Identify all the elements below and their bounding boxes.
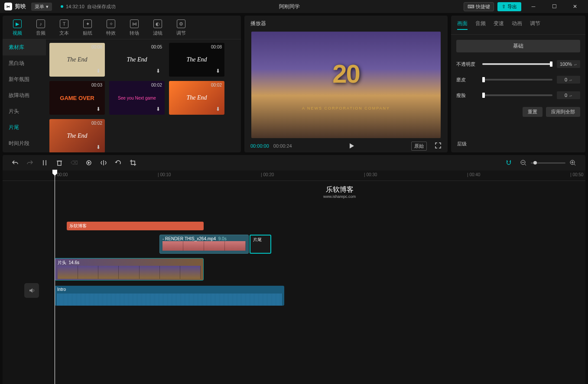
audio-track[interactable]: Intro: [3, 284, 585, 307]
category-item[interactable]: 片头: [3, 103, 46, 119]
save-time: 14:32:10: [66, 4, 84, 9]
thumb-duration: 00:02: [211, 83, 222, 87]
record-button[interactable]: [85, 159, 93, 166]
media-tab-7[interactable]: ⚙调节: [170, 17, 192, 39]
zoom-out-button[interactable]: [520, 159, 527, 166]
media-thumbnail[interactable]: 00:08 The End ⬇: [169, 43, 224, 77]
magnet-button[interactable]: [505, 159, 513, 166]
delete-button[interactable]: [55, 159, 63, 166]
media-tab-0[interactable]: ▶视频: [6, 17, 29, 39]
app-logo: ✂ 剪映: [4, 3, 26, 10]
tab-label: 转场: [130, 30, 139, 36]
mirror-button[interactable]: [100, 159, 107, 166]
media-thumbnail[interactable]: 00:02 See you Next game ⬇: [109, 81, 165, 115]
duration-time: 00:00:24: [273, 143, 292, 148]
smooth-slider[interactable]: [482, 79, 552, 81]
zoom-controls: [520, 159, 577, 166]
inspector-tab[interactable]: 动画: [512, 20, 522, 30]
tail-clip[interactable]: 片尾: [250, 235, 271, 254]
media-tab-2[interactable]: T文本: [53, 17, 75, 39]
download-icon[interactable]: ⬇: [156, 68, 163, 75]
media-tab-6[interactable]: ◐滤镜: [146, 17, 169, 39]
menu-button[interactable]: 菜单 ▾: [31, 3, 52, 11]
opacity-value[interactable]: 100%▴▾: [557, 60, 580, 68]
inspector-tab[interactable]: 音频: [475, 20, 486, 30]
media-tab-1[interactable]: ♪音频: [29, 17, 52, 39]
thin-value[interactable]: 0▴▾: [557, 91, 580, 99]
timeline-ruler[interactable]: | 00:00| 00:10| 00:20| 00:30| 00:40| 00:…: [3, 171, 585, 181]
main-clip[interactable]: 片头 14.6s: [55, 258, 204, 281]
titlebar-right: ⌨ 快捷键 ⇧ 导出 ─ ☐ ✕: [464, 0, 584, 13]
crop-button[interactable]: [129, 159, 137, 166]
tab-label: 文本: [59, 30, 69, 36]
thumb-duration: 00:05: [151, 45, 162, 49]
apply-all-button[interactable]: 应用到全部: [546, 107, 580, 117]
smooth-value[interactable]: 0▴▾: [557, 76, 580, 84]
thumb-duration: 00:02: [151, 83, 162, 87]
shortcut-button[interactable]: ⌨ 快捷键: [464, 2, 494, 11]
download-icon[interactable]: ⬇: [96, 144, 103, 151]
smooth-label: 磨皮: [456, 77, 478, 83]
inspector-tab[interactable]: 变速: [494, 20, 504, 30]
audio-clip[interactable]: Intro: [55, 286, 284, 306]
tab-icon: ⚙: [177, 19, 185, 28]
basic-section-button[interactable]: 基础: [456, 40, 580, 52]
minimize-button[interactable]: ─: [525, 0, 542, 13]
maximize-button[interactable]: ☐: [546, 0, 563, 13]
fullscreen-button[interactable]: [435, 142, 442, 150]
overlay-track[interactable]: - RENDER THIS_x264.mp4 9.0s 片尾: [3, 234, 585, 255]
play-button[interactable]: [296, 142, 407, 149]
chevron-down-icon: ▾: [46, 4, 49, 10]
category-item[interactable]: 故障动画: [3, 87, 46, 103]
media-tab-4[interactable]: ✧特效: [100, 17, 122, 39]
download-icon[interactable]: ⬇: [156, 106, 163, 113]
text-clip[interactable]: 乐软博客: [67, 222, 204, 230]
aspect-button[interactable]: 原始: [411, 142, 427, 151]
rotate-button[interactable]: [114, 159, 122, 166]
main-video-track[interactable]: 片头 14.6s: [3, 256, 585, 282]
crop-left-button[interactable]: ⌫: [70, 160, 78, 166]
zoom-in-button[interactable]: [569, 159, 577, 166]
download-icon[interactable]: ⬇: [96, 68, 103, 75]
split-button[interactable]: [41, 159, 49, 166]
tracks: 乐软博客 - RENDER THIS_x264.mp4 9.0s 片尾 片头 1…: [3, 181, 585, 307]
text-track[interactable]: 乐软博客: [3, 220, 585, 232]
playhead[interactable]: [55, 171, 55, 384]
inspector-tab[interactable]: 画面: [457, 20, 468, 30]
layer-label: 层级: [457, 141, 467, 147]
media-tab-3[interactable]: ✦贴纸: [76, 17, 99, 39]
overlay-clip[interactable]: - RENDER THIS_x264.mp4 9.0s: [159, 235, 249, 254]
redo-button[interactable]: [26, 159, 34, 166]
ruler-tick: | 00:30: [364, 172, 377, 177]
zoom-slider[interactable]: [531, 162, 565, 164]
category-item[interactable]: 片尾: [3, 119, 46, 136]
stepper-icon[interactable]: ▴▾: [569, 78, 572, 81]
close-button[interactable]: ✕: [566, 0, 584, 13]
preview-video[interactable]: 20 A NEWS CORPORATION COMPANY: [251, 32, 441, 138]
download-icon[interactable]: ⬇: [216, 68, 223, 75]
stepper-icon[interactable]: ▴▾: [569, 94, 572, 97]
category-item[interactable]: 素材库: [3, 39, 46, 55]
media-thumbnail[interactable]: 00:03 GAME OVER ⬇: [49, 81, 105, 115]
media-tab-5[interactable]: ⋈转场: [123, 17, 146, 39]
stepper-icon[interactable]: ▴▾: [574, 63, 577, 66]
download-icon[interactable]: ⬇: [96, 106, 103, 113]
media-thumbnail[interactable]: 00:08 The End ⬇: [49, 43, 105, 77]
thin-slider[interactable]: [482, 94, 552, 96]
opacity-slider[interactable]: [482, 63, 552, 65]
undo-button[interactable]: [11, 159, 19, 166]
category-item[interactable]: 时间片段: [3, 136, 46, 152]
media-tabs: ▶视频♪音频T文本✦贴纸✧特效⋈转场◐滤镜⚙调节: [3, 16, 241, 39]
export-label: 导出: [507, 3, 517, 10]
export-button[interactable]: ⇧ 导出: [497, 2, 521, 11]
media-thumbnail[interactable]: 00:02 The End ⬇: [49, 119, 105, 152]
media-thumbnail[interactable]: 00:05 The End ⬇: [109, 43, 165, 77]
category-item[interactable]: 黑白场: [3, 55, 46, 71]
reset-button[interactable]: 重置: [523, 107, 543, 117]
inspector-tab[interactable]: 调节: [530, 20, 540, 30]
track-mute-button[interactable]: [24, 283, 39, 298]
timeline[interactable]: | 00:00| 00:10| 00:20| 00:30| 00:40| 00:…: [3, 171, 585, 384]
category-item[interactable]: 新年氛围: [3, 71, 46, 87]
download-icon[interactable]: ⬇: [216, 106, 223, 113]
media-thumbnail[interactable]: 00:02 The End ⬇: [169, 81, 224, 115]
